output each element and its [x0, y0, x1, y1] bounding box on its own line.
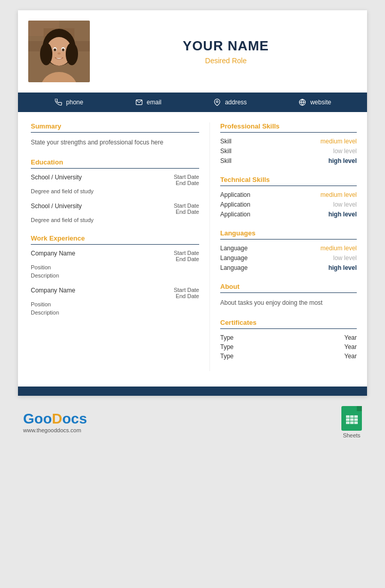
sheets-icon-section: Sheets — [341, 406, 362, 438]
tech-skill-3-level: high level — [329, 211, 357, 218]
contact-bar: phone email address — [18, 93, 367, 112]
work-entry-2-header: Company Name Start Date End Date — [31, 287, 199, 299]
cert-2-type: Type — [220, 343, 234, 351]
main-content: Summary State your strengths and profess… — [18, 112, 367, 381]
education-entry-2: School / University Start Date End Date … — [31, 203, 199, 223]
svg-point-13 — [62, 48, 65, 51]
edu-start-2: Start Date — [174, 203, 199, 209]
location-icon — [213, 98, 222, 107]
company-2: Company Name — [31, 287, 75, 294]
edu-dates-2: Start Date End Date — [174, 203, 199, 215]
technical-skills-title: Technical Skills — [220, 176, 357, 186]
svg-point-9 — [66, 43, 78, 65]
page-wrapper: YOUR NAME Desired Role phone — [0, 0, 385, 588]
contact-phone: phone — [54, 98, 83, 107]
work-start-1: Start Date — [174, 250, 199, 256]
avatar — [28, 21, 90, 82]
lang-1-name: Language — [220, 245, 247, 252]
education-title: Education — [31, 158, 199, 169]
cert-3-type: Type — [220, 353, 234, 360]
work-entry-2: Company Name Start Date End Date Positio… — [31, 287, 199, 316]
school-1: School / University — [31, 174, 82, 181]
pro-skill-1: Skill medium level — [220, 138, 357, 145]
edu-end-2: End Date — [174, 209, 199, 215]
work-title: Work Experience — [31, 234, 199, 245]
professional-skills-section: Professional Skills Skill medium level S… — [220, 122, 357, 164]
pro-skill-3-level: high level — [329, 157, 357, 164]
work-end-2: End Date — [174, 293, 199, 299]
tech-skill-3: Application high level — [220, 211, 357, 218]
description-2: Description — [31, 309, 199, 316]
summary-title: Summary — [31, 122, 199, 133]
cert-2-year: Year — [344, 343, 357, 351]
tech-skill-1-name: Application — [220, 191, 251, 198]
sheets-cell — [354, 421, 358, 424]
svg-point-12 — [54, 48, 56, 51]
resume-header: YOUR NAME Desired Role — [18, 10, 367, 93]
work-dates-1: Start Date End Date — [174, 250, 199, 262]
work-entry-1-header: Company Name Start Date End Date — [31, 250, 199, 262]
sheets-cell — [354, 418, 358, 421]
contact-email: email — [134, 98, 162, 107]
pro-skill-1-name: Skill — [220, 138, 232, 145]
summary-text: State your strengths and professional fo… — [31, 138, 199, 147]
website-label: website — [310, 99, 331, 106]
address-label: address — [225, 99, 247, 106]
contact-website: website — [298, 98, 331, 107]
email-label: email — [147, 99, 162, 106]
lang-3: Language high level — [220, 264, 357, 271]
desired-role: Desired Role — [100, 57, 352, 65]
lang-1: Language medium level — [220, 245, 357, 252]
cert-2: Type Year — [220, 343, 357, 351]
tech-skill-2: Application low level — [220, 201, 357, 208]
candidate-name: YOUR NAME — [100, 38, 352, 54]
cert-1: Type Year — [220, 334, 357, 341]
work-end-1: End Date — [174, 256, 199, 262]
sheets-cell — [346, 418, 350, 421]
sheets-cell — [350, 415, 354, 418]
work-entry-1: Company Name Start Date End Date Positio… — [31, 250, 199, 279]
svg-point-8 — [40, 43, 52, 65]
education-entry-1: School / University Start Date End Date … — [31, 174, 199, 194]
education-entry-2-header: School / University Start Date End Date — [31, 203, 199, 215]
work-dates-2: Start Date End Date — [174, 287, 199, 299]
about-section: About About tasks you enjoy doing the mo… — [220, 283, 357, 307]
sheets-cell — [346, 415, 350, 418]
position-1: Position — [31, 264, 199, 270]
logo-text: GooDocs — [23, 412, 87, 426]
lang-2-name: Language — [220, 254, 247, 262]
sheets-cell — [346, 421, 350, 424]
edu-start-1: Start Date — [174, 174, 199, 180]
lang-2-level: low level — [333, 254, 357, 262]
sheets-cell — [350, 418, 354, 421]
logo-url: www.thegooddocs.com — [23, 427, 87, 433]
position-2: Position — [31, 301, 199, 307]
branding: GooDocs www.thegooddocs.com Sheets — [18, 396, 367, 438]
school-2: School / University — [31, 203, 82, 210]
phone-icon — [54, 98, 63, 107]
sheets-cell — [350, 421, 354, 424]
languages-section: Languages Language medium level Language… — [220, 229, 357, 271]
phone-label: phone — [66, 99, 83, 106]
pro-skill-2-level: low level — [333, 148, 357, 155]
pro-skill-2: Skill low level — [220, 148, 357, 155]
professional-skills-title: Professional Skills — [220, 122, 357, 133]
cert-3-year: Year — [344, 353, 357, 360]
summary-section: Summary State your strengths and profess… — [31, 122, 199, 147]
lang-3-level: high level — [329, 264, 357, 271]
lang-1-level: medium level — [320, 245, 357, 252]
tech-skill-1: Application medium level — [220, 191, 357, 198]
certificates-section: Certificates Type Year Type Year Type Ye… — [220, 319, 357, 360]
degree-1: Degree and field of study — [31, 188, 199, 194]
tech-skill-2-name: Application — [220, 201, 251, 208]
pro-skill-3: Skill high level — [220, 157, 357, 164]
pro-skill-1-level: medium level — [320, 138, 357, 145]
lang-2: Language low level — [220, 254, 357, 262]
technical-skills-section: Technical Skills Application medium leve… — [220, 176, 357, 218]
left-column: Summary State your strengths and profess… — [18, 122, 210, 371]
edu-dates-1: Start Date End Date — [174, 174, 199, 186]
tech-skill-1-level: medium level — [320, 191, 357, 198]
svg-point-14 — [57, 52, 61, 54]
svg-point-16 — [216, 101, 218, 103]
sheets-badge — [341, 406, 362, 431]
